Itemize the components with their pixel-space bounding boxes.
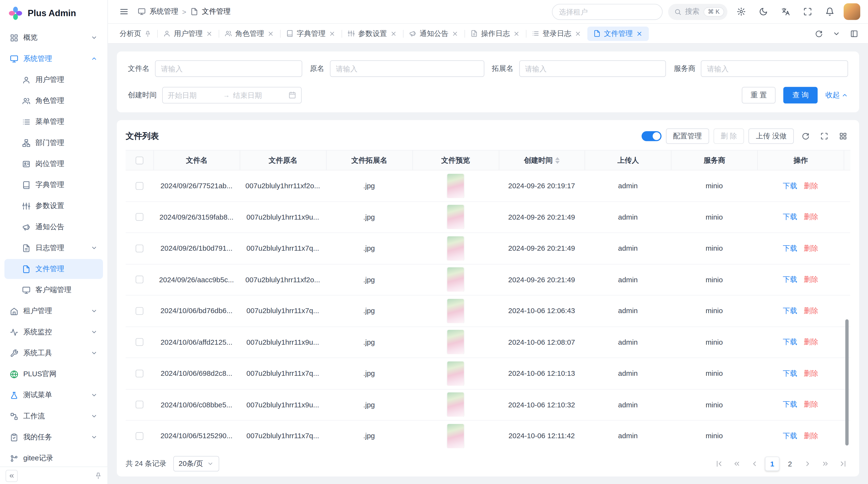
tenant-select-input[interactable] <box>552 4 662 20</box>
sort-control[interactable] <box>556 157 560 164</box>
jump-back-button[interactable] <box>730 456 744 471</box>
sidebar-item-post-management[interactable]: 岗位管理 <box>4 154 103 174</box>
tab-user-management[interactable]: 用户管理 <box>157 26 219 41</box>
page-button-1[interactable]: 1 <box>765 456 779 471</box>
file-preview-image[interactable] <box>447 267 464 292</box>
delete-link[interactable]: 删除 <box>804 244 818 253</box>
row-checkbox[interactable] <box>135 245 143 252</box>
tab-notice[interactable]: 通知公告 <box>403 26 464 41</box>
sidebar-item-workflow[interactable]: 工作流 <box>4 406 103 426</box>
user-avatar[interactable] <box>844 3 860 20</box>
column-header-created-time[interactable]: 创建时间 <box>498 151 585 170</box>
close-icon[interactable] <box>206 30 213 37</box>
upload-button[interactable]: 上传 没做 <box>749 128 794 144</box>
app-logo-row[interactable]: Plus Admin <box>0 0 107 27</box>
download-link[interactable]: 下载 <box>783 368 797 378</box>
row-checkbox[interactable] <box>135 432 143 440</box>
delete-link[interactable]: 删除 <box>804 275 818 284</box>
delete-link[interactable]: 删除 <box>804 337 818 347</box>
refresh-table-button[interactable] <box>798 129 813 143</box>
sidebar-item-log-management[interactable]: 日志管理 <box>4 238 103 258</box>
close-icon[interactable] <box>268 30 274 37</box>
first-page-button[interactable] <box>712 456 726 471</box>
page-button-2[interactable]: 2 <box>783 456 797 471</box>
dark-mode-button[interactable] <box>755 3 772 20</box>
sidebar-item-param-settings[interactable]: 参数设置 <box>4 196 103 216</box>
file-preview-image[interactable] <box>447 236 464 261</box>
row-checkbox[interactable] <box>135 307 143 315</box>
extension-input[interactable] <box>519 60 666 77</box>
provider-input[interactable] <box>701 60 848 77</box>
stripe-toggle[interactable] <box>641 131 661 141</box>
reset-button[interactable]: 重 置 <box>742 87 776 103</box>
layout-panel-button[interactable] <box>846 25 863 42</box>
tab-analysis[interactable]: 分析页 <box>114 26 157 41</box>
next-page-button[interactable] <box>801 456 815 471</box>
close-icon[interactable] <box>390 30 397 37</box>
settings-button[interactable] <box>733 3 750 20</box>
sidebar-item-system-tools[interactable]: 系统工具 <box>4 343 103 363</box>
download-link[interactable]: 下载 <box>783 431 797 441</box>
row-checkbox[interactable] <box>135 401 143 409</box>
pin-icon[interactable] <box>145 30 151 37</box>
fullscreen-button[interactable] <box>799 3 816 20</box>
prev-page-button[interactable] <box>747 456 762 471</box>
file-preview-image[interactable] <box>447 361 464 386</box>
tab-login-log[interactable]: 登录日志 <box>526 26 587 41</box>
tab-param-settings[interactable]: 参数设置 <box>342 26 403 41</box>
download-link[interactable]: 下载 <box>783 244 797 253</box>
batch-delete-button[interactable]: 删 除 <box>713 128 744 144</box>
download-link[interactable]: 下载 <box>783 212 797 222</box>
download-link[interactable]: 下载 <box>783 181 797 191</box>
delete-link[interactable]: 删除 <box>804 431 818 441</box>
tab-file-management[interactable]: 文件管理 <box>587 26 649 41</box>
sidebar-item-dict-management[interactable]: 字典管理 <box>4 175 103 195</box>
table-fullscreen-button[interactable] <box>817 129 832 143</box>
file-preview-image[interactable] <box>447 205 464 229</box>
row-checkbox[interactable] <box>135 369 143 377</box>
sidebar-item-department-management[interactable]: 部门管理 <box>4 133 103 153</box>
select-all-checkbox[interactable] <box>135 156 143 164</box>
last-page-button[interactable] <box>836 456 850 471</box>
download-link[interactable]: 下载 <box>783 275 797 284</box>
notifications-button[interactable] <box>822 3 838 20</box>
page-size-select[interactable]: 20条/页 <box>173 456 219 472</box>
sidebar-item-menu-management[interactable]: 菜单管理 <box>4 112 103 132</box>
sidebar-item-plus-website[interactable]: PLUS官网 <box>4 364 103 384</box>
refresh-tabs-button[interactable] <box>810 25 827 42</box>
file-preview-image[interactable] <box>447 299 464 323</box>
tab-role-management[interactable]: 角色管理 <box>219 26 280 41</box>
breadcrumb-item[interactable]: 系统管理 <box>150 7 178 17</box>
file-preview-image[interactable] <box>447 424 464 448</box>
sidebar-item-tenant-management[interactable]: 租户管理 <box>4 301 103 321</box>
sidebar-item-gitee-record[interactable]: gitee记录 <box>4 448 103 466</box>
sidebar-item-role-management[interactable]: 角色管理 <box>4 91 103 111</box>
original-name-input[interactable] <box>330 60 484 77</box>
sidebar-item-overview[interactable]: 概览 <box>4 28 103 48</box>
download-link[interactable]: 下载 <box>783 337 797 347</box>
row-checkbox[interactable] <box>135 276 143 284</box>
collapse-filter-link[interactable]: 收起 <box>825 90 848 100</box>
sidebar-item-file-management[interactable]: 文件管理 <box>4 259 103 279</box>
search-submit-button[interactable]: 查 询 <box>784 87 817 103</box>
sidebar-item-system-monitor[interactable]: 系统监控 <box>4 322 103 342</box>
config-management-button[interactable]: 配置管理 <box>666 128 709 144</box>
jump-forward-button[interactable] <box>818 456 833 471</box>
row-checkbox[interactable] <box>135 338 143 346</box>
file-preview-image[interactable] <box>447 392 464 417</box>
tab-dict-management[interactable]: 字典管理 <box>280 26 342 41</box>
row-checkbox[interactable] <box>135 213 143 221</box>
file-name-input[interactable] <box>155 60 302 77</box>
close-icon[interactable] <box>452 30 458 37</box>
column-settings-button[interactable] <box>836 129 850 143</box>
date-range-picker[interactable]: → <box>162 87 302 103</box>
file-preview-image[interactable] <box>447 330 464 354</box>
close-icon[interactable] <box>329 30 336 37</box>
language-button[interactable] <box>777 3 794 20</box>
delete-link[interactable]: 删除 <box>804 181 818 191</box>
sidebar-item-system-management[interactable]: 系统管理 <box>4 49 103 69</box>
end-date-input[interactable] <box>233 91 285 99</box>
sidebar-collapse-button[interactable] <box>5 470 18 482</box>
tab-operation-log[interactable]: 操作日志 <box>464 26 526 41</box>
delete-link[interactable]: 删除 <box>804 306 818 316</box>
